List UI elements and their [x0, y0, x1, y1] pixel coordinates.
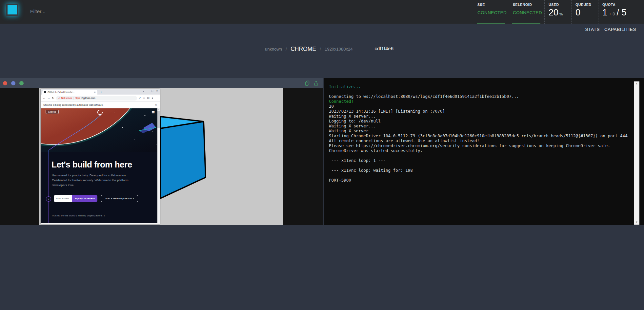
github-heading: Let's build from here: [51, 160, 132, 170]
log-line: --- x11vnc loop: waiting for: 198: [329, 168, 628, 173]
infobar-close-icon[interactable]: ✕: [155, 103, 157, 106]
automation-infobar: Chrome is being controlled by automated …: [41, 102, 160, 108]
github-octocat-icon[interactable]: [97, 109, 103, 115]
stat-selenoid-label: SELENOID: [513, 3, 544, 7]
session-id-link[interactable]: cdf1f4e6: [374, 46, 393, 52]
reload-icon[interactable]: ↻: [52, 97, 54, 100]
selenoid-ui-root: SSE CONNECTED SELENOID CONNECTED USED 20…: [0, 0, 644, 310]
github-signup-cta-button[interactable]: Sign up for GitHub: [72, 195, 97, 202]
profile-avatar-icon[interactable]: ●: [151, 97, 153, 100]
log-line: [329, 173, 628, 178]
github-page: Sign up ☰ <> Let's build from here Harne…: [41, 108, 160, 223]
separator: /: [320, 46, 321, 52]
session-resolution: 1920x1080x24: [325, 47, 352, 52]
log-line: 2023/02/13 14:32:16 [INIT] [Listening on…: [329, 109, 628, 114]
side-panel-icon[interactable]: ▤: [147, 97, 150, 100]
vnc-viewport: GitHub: Let's build from he... ✕ + ⌄ – ▢…: [0, 88, 323, 225]
scrollbar-thumb[interactable]: [157, 111, 160, 128]
stat-quota-current: 1: [602, 8, 607, 18]
stat-used-value: 20: [549, 8, 558, 18]
vnc-card: GitHub: Let's build from he... ✕ + ⌄ – ▢…: [0, 78, 323, 225]
top-bar: SSE CONNECTED SELENOID CONNECTED USED 20…: [0, 0, 644, 24]
window-lights: [3, 81, 24, 85]
log-line: Please see https://chromedriver.chromium…: [329, 143, 628, 148]
screenshot-copy-icon[interactable]: [305, 80, 310, 86]
nav-capabilities-link[interactable]: CAPABILITIES: [604, 27, 636, 32]
scroll-down-icon[interactable]: ▼: [634, 220, 639, 225]
tab-search-icon[interactable]: ⌄: [142, 89, 144, 92]
stat-used: USED 20 %: [544, 0, 571, 24]
url-host: ://github.com: [81, 97, 95, 100]
github-email-input[interactable]: [54, 195, 72, 202]
scrollbar-up-icon[interactable]: ▲: [157, 108, 160, 111]
tab-close-icon[interactable]: ✕: [94, 91, 96, 94]
log-line: PORT=5900: [329, 178, 628, 183]
back-icon[interactable]: ←: [43, 97, 46, 100]
session-log-card: Initialize... Connecting to ws://localho…: [324, 78, 644, 225]
close-light-icon: [3, 81, 7, 85]
maximize-icon[interactable]: ▢: [151, 89, 153, 92]
git-branch-line: [49, 150, 49, 223]
github-favicon-icon: [44, 91, 46, 93]
github-trusted-text: Trusted by the world's leading organizat…: [51, 214, 105, 217]
selenoid-connected-indicator: [512, 23, 540, 24]
chrome-active-tab[interactable]: GitHub: Let's build from he... ✕: [42, 90, 97, 95]
stat-used-label: USED: [549, 3, 571, 7]
share-icon[interactable]: ↗: [139, 97, 141, 100]
log-line: [329, 153, 628, 158]
log-line: [329, 163, 628, 168]
url-scheme: https: [75, 97, 80, 100]
download-upload-icon[interactable]: [313, 80, 319, 86]
remote-chrome-window[interactable]: GitHub: Let's build from he... ✕ + ⌄ – ▢…: [41, 89, 160, 224]
log-line: Waiting X server...: [329, 114, 628, 119]
stat-sse-label: SSE: [477, 3, 509, 7]
stat-sse-value: CONNECTED: [477, 10, 509, 15]
close-icon[interactable]: ✕: [156, 89, 158, 92]
new-tab-button[interactable]: +: [100, 91, 102, 94]
log-line: All remote connections are allowed. Use …: [329, 138, 628, 143]
stat-quota-label: QUOTA: [602, 3, 644, 7]
selenoid-logo-icon: [6, 4, 18, 16]
warning-icon: ⚠: [58, 97, 60, 100]
log-line: --- x11vnc loop: 1 ---: [329, 158, 628, 163]
github-menu-icon[interactable]: ☰: [151, 111, 155, 115]
stat-selenoid-value: CONNECTED: [513, 10, 544, 15]
log-line: Waiting X server...: [329, 128, 628, 133]
filter-input[interactable]: [30, 5, 136, 18]
github-tagline: Harnessed for productivity. Designed for…: [52, 173, 130, 188]
minimize-light-icon: [11, 81, 15, 85]
cube-graphic[interactable]: [160, 116, 207, 199]
log-line: Logging to: /dev/null: [329, 119, 628, 123]
scroll-up-icon[interactable]: ▲: [634, 81, 639, 86]
address-bar[interactable]: ⚠ Not secure | https ://github.com: [56, 96, 137, 100]
code-node-badge: <>: [46, 196, 51, 202]
stat-queued-label: QUEUED: [575, 3, 598, 7]
stat-quota-pending: + 0: [609, 11, 615, 16]
github-signup-button[interactable]: Sign up: [46, 110, 59, 114]
vnc-actions: [305, 80, 319, 86]
session-row: unknown / CHROME / 1920x1080x24 cdf1f4e6: [265, 44, 393, 54]
chrome-tab-strip: GitHub: Let's build from he... ✕ + ⌄ – ▢…: [41, 89, 160, 95]
log-line: Waiting X server...: [329, 123, 628, 128]
toolbar-icons: ↗ ☆ ▤ ● ⋮: [139, 97, 158, 100]
url-divider: |: [73, 97, 74, 99]
chrome-toolbar: ← → ↻ ⚠ Not secure | https ://github.com…: [41, 95, 160, 102]
session-user: unknown: [265, 47, 282, 52]
log-line: [329, 89, 628, 94]
log-lines: Initialize... Connecting to ws://localho…: [329, 84, 628, 183]
not-secure-label: Not secure: [61, 97, 72, 99]
stat-used-unit: %: [559, 12, 563, 16]
nav-stats-link[interactable]: STATS: [585, 27, 600, 32]
bookmark-star-icon[interactable]: ☆: [143, 97, 145, 100]
overflow-menu-icon[interactable]: ⋮: [155, 97, 158, 100]
log-scrollbar[interactable]: ▲ ▼: [634, 81, 639, 225]
github-enterprise-trial-button[interactable]: Start a free enterprise trial >: [101, 195, 138, 202]
remote-screen[interactable]: GitHub: Let's build from he... ✕ + ⌄ – ▢…: [39, 88, 283, 225]
minimize-icon[interactable]: –: [147, 89, 148, 92]
log-line: Connected!: [329, 99, 628, 104]
infobar-text: Chrome is being controlled by automated …: [43, 103, 103, 106]
stats-strip: SSE CONNECTED SELENOID CONNECTED USED 20…: [473, 0, 644, 24]
tab-title: GitHub: Let's build from he...: [48, 91, 93, 93]
forward-icon[interactable]: →: [47, 97, 50, 100]
log-line: Initialize...: [329, 84, 628, 89]
